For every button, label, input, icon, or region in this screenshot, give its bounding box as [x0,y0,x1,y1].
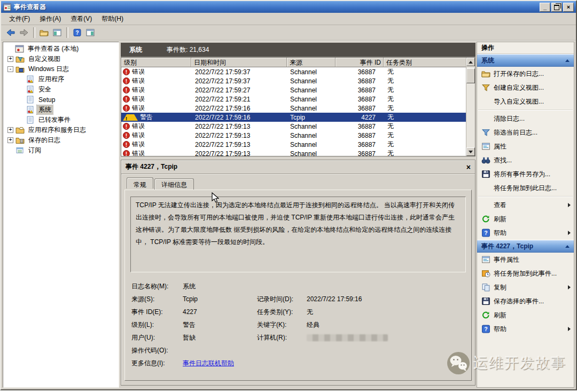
event-row[interactable]: !错误 2022/7/22 17:59:21Schannel36887无 [121,95,466,104]
event-description[interactable]: TCP/IP 无法建立传出连接，因为选定的本地终结点最近用于连接到相同的远程终结… [130,197,466,272]
tree-item-label: 已转发事件 [37,115,72,124]
action-find[interactable]: 查找... [477,153,574,167]
column-header-event-id[interactable]: 事件 ID [336,58,384,67]
event-row[interactable]: !错误 2022/7/22 17:59:37Schannel36887无 [121,76,466,85]
action-refresh-event[interactable]: 刷新 [477,308,574,322]
tree-item-saved-logs[interactable]: + 保存的日志 [3,135,119,145]
task-category-value: 无 [307,308,471,317]
action-help-submenu[interactable]: ? 帮助 [477,226,574,240]
logged-value: 2022/7/22 17:59:16 [307,295,471,303]
custom-views-icon [15,55,25,63]
action-save-selected-events[interactable]: 保存选择的事件... [477,294,574,308]
icon-spacer [481,97,490,106]
windows-logs-icon [15,65,25,73]
menu-help[interactable]: 帮助(H) [97,13,128,25]
forward-button[interactable] [18,27,30,38]
action-open-saved-log[interactable]: 打开保存的日志... [477,67,574,81]
source-value: Tcpip [183,295,257,303]
action-properties[interactable]: 属性 [477,139,574,153]
event-row[interactable]: !错误 2022/7/22 17:59:16Schannel36887无 [121,104,466,113]
separator [478,196,573,197]
event-row-selected[interactable]: !警告 2022/7/22 17:59:16Tcpip4227无 [121,113,466,122]
back-button[interactable] [4,27,17,38]
action-view-submenu[interactable]: 查看 [477,198,574,212]
tree-item-subscriptions[interactable]: 订阅 [3,145,119,155]
event-viewer-icon [15,45,24,53]
tree-item-label: 应用程序和服务日志 [27,126,88,135]
collapse-icon[interactable]: - [7,66,13,72]
close-preview-button[interactable]: × [466,163,471,171]
scrollbar-thumb[interactable] [466,68,475,83]
toolbar-separator [66,27,68,38]
action-help-event-submenu[interactable]: ? 帮助 [477,322,574,336]
save-icon [481,170,490,178]
action-event-properties[interactable]: 事件属性 [477,253,574,266]
event-row-partial[interactable]: !错误 2022/7/22 17:59:13Schannel36887无 [121,149,466,156]
expand-icon[interactable]: + [7,127,13,133]
action-create-custom-view[interactable]: 创建自定义视图... [477,81,574,95]
action-copy-submenu[interactable]: 复制 [477,280,574,294]
column-header-datetime[interactable]: 日期和时间 [191,58,287,67]
tree-item-custom-views[interactable]: + 自定义视图 [3,54,119,64]
column-header-level[interactable]: 级别 [121,58,191,67]
icon-spacer [481,201,490,209]
action-clear-log[interactable]: 清除日志... [477,112,574,126]
menu-view[interactable]: 查看(V) [66,13,97,25]
action-import-custom-view[interactable]: 导入自定义视图... [477,95,574,108]
tree-item-apps-services-logs[interactable]: + 应用程序和服务日志 [3,125,119,135]
tree-item-windows-logs[interactable]: - Windows 日志 [3,64,119,74]
section-title: 事件 4227，Tcpip [481,242,533,251]
close-button[interactable]: × [563,3,574,12]
action-filter-current-log[interactable]: 筛选当前日志... [477,126,574,139]
tab-details[interactable]: 详细信息 [154,178,194,190]
tab-general[interactable]: 常规 [127,177,153,189]
forward-arrow-icon [20,29,28,36]
event-log-online-help-link[interactable]: 事件日志联机帮助 [183,359,257,368]
event-row[interactable]: !错误 2022/7/22 17:59:13Schannel36887无 [121,140,466,149]
log-file-icon [26,96,35,104]
event-row[interactable]: !错误 2022/7/22 17:59:13Schannel36887无 [121,122,466,131]
detail-title-bar: 事件 4227，Tcpip × [121,160,475,174]
help-button[interactable]: ? [71,27,83,38]
action-save-all-events-as[interactable]: 将所有事件另存为... [477,167,574,181]
menu-action[interactable]: 操作(A) [35,13,66,25]
column-header-task-category[interactable]: 任务类别 [384,58,466,67]
action-refresh[interactable]: 刷新 [477,212,574,226]
help-icon: ? [481,325,490,333]
down-arrow-icon [469,151,473,153]
log-file-icon [26,85,35,93]
restore-button[interactable] [551,3,562,12]
list-rows: !错误 2022/7/22 17:59:37Schannel36887无 !错误… [121,67,466,156]
tree-item-system-log[interactable]: 系统 [3,105,119,115]
scroll-down-button[interactable] [466,147,475,156]
event-row[interactable]: !错误 2022/7/22 17:59:27Schannel36887无 [121,85,466,95]
tree-item-setup-log[interactable]: Setup [3,95,119,105]
scroll-up-button[interactable] [466,58,475,66]
open-log-button[interactable] [37,27,50,38]
expand-icon[interactable]: + [7,137,13,143]
actions-section-system[interactable]: 系统 [477,54,574,67]
up-arrow-icon [469,61,473,64]
action-attach-task-to-event[interactable]: 将任务附加到此事件... [477,266,574,280]
tree-item-security-log[interactable]: 安全 [3,84,119,95]
actions-section-event[interactable]: 事件 4227，Tcpip [477,240,574,253]
action-pane-toggle-button[interactable] [84,27,97,38]
binoculars-icon [481,156,490,164]
list-scrollbar[interactable] [466,58,475,156]
tree-item-forwarded-events[interactable]: 已转发事件 [3,115,119,125]
tree-item-application-log[interactable]: 应用程序 [3,74,119,84]
console-tree-toggle-button[interactable] [51,27,64,38]
action-attach-task-to-log[interactable]: 将任务附加到此日志... [477,181,574,195]
column-header-source[interactable]: 来源 [287,58,336,67]
menu-file[interactable]: 文件(F) [4,13,35,25]
event-row[interactable]: !错误 2022/7/22 17:59:13Schannel36887无 [121,131,466,140]
copy-icon [481,283,490,292]
tree-root-event-viewer[interactable]: 事件查看器 (本地) [3,44,119,54]
toolbar: ? [1,25,576,41]
title-bar[interactable]: 事件查看器 _ × [1,1,576,13]
minimize-button[interactable]: _ [540,3,550,12]
event-row[interactable]: !错误 2022/7/22 17:59:37Schannel36887无 [121,67,466,76]
expand-icon[interactable]: + [7,56,13,62]
submenu-arrow-icon [568,203,571,207]
submenu-arrow-icon [568,231,571,235]
